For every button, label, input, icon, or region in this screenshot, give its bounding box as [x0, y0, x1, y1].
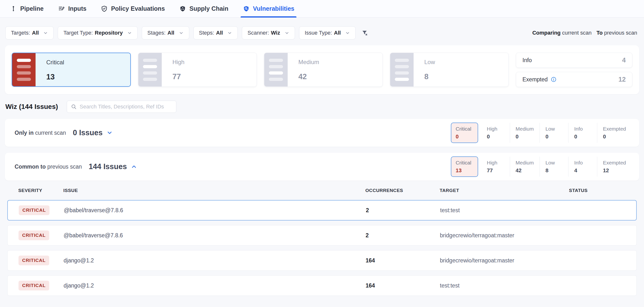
chevron-up-icon	[131, 164, 137, 170]
chip-high[interactable]: High 77	[481, 153, 510, 180]
issue-cell: @babel/traverse@7.8.6	[64, 207, 366, 214]
tab-label: Inputs	[68, 5, 86, 12]
tab-pipeline[interactable]: Pipeline	[10, 0, 44, 17]
tab-supply-chain[interactable]: Supply Chain	[179, 0, 228, 17]
comparing-previous: previous scan	[604, 30, 637, 36]
search-input[interactable]	[80, 104, 172, 110]
section-label-bold: Only in	[14, 130, 34, 136]
section-count-toggle[interactable]: 0 Issues	[73, 128, 113, 137]
severity-stripe-icon	[138, 53, 162, 86]
filter-targets[interactable]: Targets: All	[5, 26, 54, 40]
chip-critical[interactable]: Critical 0	[451, 122, 478, 143]
tab-label: Policy Evaluations	[111, 5, 165, 12]
tab-bar: Pipeline Inputs Policy Evaluations Suppl…	[0, 0, 644, 18]
vulnerabilities-page: Pipeline Inputs Policy Evaluations Suppl…	[0, 0, 644, 307]
chip-label: Medium	[516, 160, 534, 166]
chip-medium[interactable]: Medium 0	[510, 119, 540, 147]
chip-high[interactable]: High 0	[481, 119, 510, 147]
filter-value: Repository	[95, 30, 123, 36]
chip-medium[interactable]: Medium 42	[510, 153, 540, 180]
section-count: 0 Issues	[73, 128, 102, 137]
filter-target-type[interactable]: Target Type: Repository	[58, 26, 138, 40]
severity-card-value: 77	[172, 72, 184, 81]
target-cell: test:test	[440, 207, 570, 214]
section-count: 144 Issues	[89, 162, 127, 171]
table-row[interactable]: CRITICAL django@1.2 164 bridgecrewio/ter…	[7, 250, 637, 271]
pipeline-icon	[10, 5, 17, 12]
inputs-icon	[58, 5, 65, 12]
shield-search-icon	[242, 5, 250, 12]
severity-card-label: Medium	[298, 59, 319, 66]
info-card-value: 4	[622, 56, 626, 64]
chip-exempted[interactable]: Exempted 0	[597, 119, 632, 147]
severity-badge: CRITICAL	[19, 206, 50, 215]
severity-stripe-icon	[264, 53, 288, 86]
chip-value: 0	[574, 134, 591, 140]
severity-badge: CRITICAL	[18, 256, 49, 265]
chip-value: 0	[545, 134, 562, 140]
chip-exempted[interactable]: Exempted 12	[597, 153, 632, 180]
target-cell: test:test	[440, 282, 569, 289]
chip-value: 0	[516, 134, 534, 140]
scanner-header-row: Wiz (144 Issues)	[5, 101, 639, 113]
chip-value: 4	[574, 168, 591, 174]
clear-filters-icon[interactable]	[361, 29, 368, 36]
chevron-down-icon	[106, 130, 113, 136]
scanner-title: Wiz (144 Issues)	[5, 103, 58, 110]
chip-value: 42	[516, 168, 534, 174]
tab-policy-evaluations[interactable]: Policy Evaluations	[100, 0, 165, 17]
chip-info[interactable]: Info 4	[568, 153, 597, 180]
col-header-target: TARGET	[440, 188, 569, 193]
tab-inputs[interactable]: Inputs	[58, 0, 86, 17]
table-row[interactable]: CRITICAL @babel/traverse@7.8.6 2 test:te…	[7, 200, 637, 220]
severity-card-medium[interactable]: Medium 42	[264, 53, 383, 87]
filter-label: Scanner:	[248, 30, 269, 36]
severity-card-label: Low	[424, 59, 435, 66]
section-count-toggle[interactable]: 144 Issues	[89, 162, 137, 171]
severity-card-critical[interactable]: Critical 13	[12, 53, 131, 87]
section-label-rest: current scan	[35, 130, 66, 136]
tab-label: Vulnerabilities	[253, 5, 294, 12]
shield-network-icon	[179, 5, 186, 12]
comparing-bold: Comparing	[532, 30, 560, 36]
chip-critical[interactable]: Critical 13	[451, 156, 478, 177]
section-label-rest: previous scan	[47, 164, 82, 170]
info-card[interactable]: Info 4	[516, 53, 632, 68]
col-header-status: STATUS	[569, 188, 637, 193]
severity-summary-panel: Critical 13 High 77 Medium 42	[5, 45, 639, 94]
table-row[interactable]: CRITICAL @babel/traverse@7.8.6 2 bridgec…	[7, 225, 637, 246]
filter-label: Issue Type:	[305, 30, 332, 36]
chevron-down-icon	[227, 30, 232, 35]
chip-label: Info	[574, 160, 591, 166]
tab-vulnerabilities[interactable]: Vulnerabilities	[242, 0, 294, 17]
search-icon	[71, 104, 77, 110]
chip-low[interactable]: Low 0	[540, 119, 568, 147]
target-cell: bridgecrewio/terragoat:master	[440, 257, 569, 264]
filter-issue-type[interactable]: Issue Type: All	[299, 26, 356, 40]
chip-info[interactable]: Info 0	[568, 119, 597, 147]
severity-card-label: High	[172, 59, 184, 66]
comparing-current: current scan	[562, 30, 592, 36]
filter-value: All	[32, 30, 39, 36]
info-card-label: Info	[522, 57, 532, 64]
filter-scanner[interactable]: Scanner: Wiz	[242, 26, 295, 40]
severity-card-high[interactable]: High 77	[138, 53, 257, 87]
chip-value: 12	[603, 168, 626, 174]
filter-stages[interactable]: Stages: All	[142, 26, 189, 40]
chip-label: Exempted	[603, 126, 626, 132]
severity-card-low[interactable]: Low 8	[390, 53, 508, 87]
filter-bar: Targets: All Target Type: Repository Sta…	[5, 26, 637, 40]
filter-label: Targets:	[11, 30, 30, 36]
chip-label: High	[487, 126, 504, 132]
chip-label: Critical	[456, 126, 473, 132]
table-row[interactable]: CRITICAL django@1.2 164 test:test	[7, 275, 637, 296]
chip-value: 8	[545, 168, 562, 174]
exempted-card[interactable]: Exempted 12	[516, 72, 632, 87]
filter-label: Steps:	[199, 30, 214, 36]
chevron-down-icon	[179, 30, 184, 35]
chevron-down-icon	[127, 30, 132, 35]
chip-low[interactable]: Low 8	[540, 153, 568, 180]
exempted-card-label: Exempted	[522, 76, 548, 83]
filter-steps[interactable]: Steps: All	[194, 26, 238, 40]
occurrences-cell: 164	[366, 282, 440, 289]
